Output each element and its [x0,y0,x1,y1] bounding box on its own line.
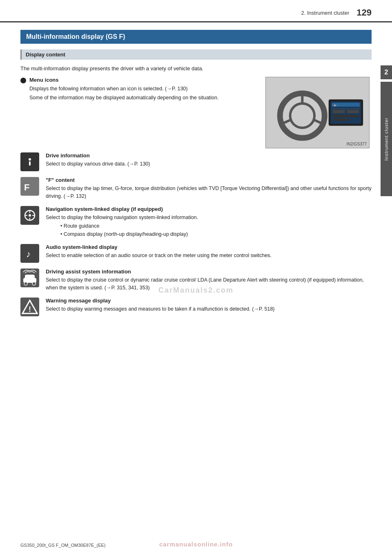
intro-paragraph: The multi-information display presents t… [20,65,372,73]
section-title-bar: Multi-information display (GS F) [20,30,372,44]
menu-icons-bullet: Menu icons [20,77,257,83]
svg-rect-10 [333,110,345,113]
side-tab: Instrument cluster [381,82,392,196]
car-image: ‹ ▶ › IN2/GS377 [265,77,370,148]
page-container: Instrument cluster 2 2. Instrument clust… [0,0,392,555]
svg-rect-12 [333,114,359,117]
navigation-icon [23,209,36,222]
drive-info-desc: Select to display various drive data. (→… [46,160,372,168]
warning-desc: Select to display warning messages and m… [46,305,372,313]
page-number: 129 [356,7,372,18]
icon-content-f-content: "F" content Select to display the lap ti… [46,177,372,201]
f-content-title: "F" content [46,177,372,183]
icon-content-warning: Warning message display Select to displa… [46,298,372,313]
chapter-number: 2 [381,65,392,79]
svg-text:‹  ▶  ›: ‹ ▶ › [332,103,339,107]
driving-assist-desc: Select to display the cruise control or … [46,276,372,292]
icon-row-f-content: F "F" content Select to display the lap … [20,177,372,201]
menu-icons-label: Menu icons [29,77,59,83]
top-header: 2. Instrument cluster 129 [0,0,392,22]
icon-box-audio: ♪ [20,244,39,263]
navigation-title: Navigation system-linked display (if equ… [46,206,372,212]
svg-rect-13 [333,118,349,121]
audio-desc: Select to enable selection of an audio s… [46,252,372,260]
icon-box-navigation [20,206,39,225]
icon-row-navigation: Navigation system-linked display (if equ… [20,206,372,238]
warning-icon: ! [21,298,39,316]
navigation-desc: Select to display the following navigati… [46,214,372,222]
menu-icons-desc1: Displays the following information when … [29,85,257,93]
side-tab-label: Instrument cluster [384,117,389,160]
svg-rect-28 [25,275,35,280]
section-label: 2. Instrument cluster [301,10,350,16]
audio-title: Audio system-linked display [46,244,372,250]
f-content-desc: Select to display the lap timer, G-force… [46,185,372,201]
subsection-title: Display content [26,51,65,58]
svg-point-20 [29,214,31,217]
main-content: Multi-information display (GS F) Display… [0,30,392,338]
svg-text:♪: ♪ [26,249,31,259]
svg-text:!: ! [29,305,31,313]
warning-title: Warning message display [46,298,372,304]
car-svg: ‹ ▶ › [266,77,369,148]
svg-rect-17 [21,177,39,195]
icon-box-warning: ! [20,298,39,316]
menu-icons-desc2: Some of the information may be displayed… [29,94,257,102]
watermark-bottom: carmanualsonline.info [159,541,233,548]
f-content-icon: F [21,177,39,195]
svg-point-15 [29,158,31,161]
navigation-sub-bullet-1: Route guidance [60,222,372,230]
driving-assist-icon [21,269,39,287]
svg-point-30 [32,282,36,285]
svg-point-29 [24,282,27,285]
menu-icons-left: Menu icons Displays the following inform… [20,77,257,148]
subsection-bar: Display content [20,49,372,60]
icon-row-warning: ! Warning message display Select to disp… [20,298,372,316]
icon-row-driving-assist: Driving assist system information Select… [20,269,372,292]
footer: GS350_200t_GS F_OM_OM30E87E_(EE) [20,543,106,548]
icon-content-audio: Audio system-linked display Select to en… [46,244,372,260]
svg-rect-16 [29,161,31,166]
car-image-area: ‹ ▶ › IN2/GS377 [265,77,372,148]
icon-box-f-content: F [20,177,39,196]
icon-content-driving-assist: Driving assist system information Select… [46,269,372,292]
icon-row-audio: ♪ Audio system-linked display Select to … [20,244,372,263]
icon-content-navigation: Navigation system-linked display (if equ… [46,206,372,238]
icon-box-drive-info [20,152,39,171]
icon-content-drive-info: Drive information Select to display vari… [46,152,372,168]
icon-row-drive-info: Drive information Select to display vari… [20,152,372,171]
icon-box-driving-assist [20,269,39,287]
audio-icon: ♪ [23,247,36,260]
footer-doc: GS350_200t_GS F_OM_OM30E87E_(EE) [20,543,106,548]
bullet-dot [20,78,26,83]
menu-icons-section: Menu icons Displays the following inform… [20,77,372,148]
navigation-sub-bullet-2: Compass display (north-up display/headin… [60,230,372,238]
section-title: Multi-information display (GS F) [26,33,125,40]
svg-rect-11 [347,110,359,113]
navigation-sub-bullets: Route guidance Compass display (north-up… [60,222,372,238]
drive-info-title: Drive information [46,152,372,159]
drive-info-icon [23,155,36,168]
svg-text:F: F [24,182,29,192]
car-image-caption: IN2/GS377 [347,142,367,146]
driving-assist-title: Driving assist system information [46,269,372,275]
